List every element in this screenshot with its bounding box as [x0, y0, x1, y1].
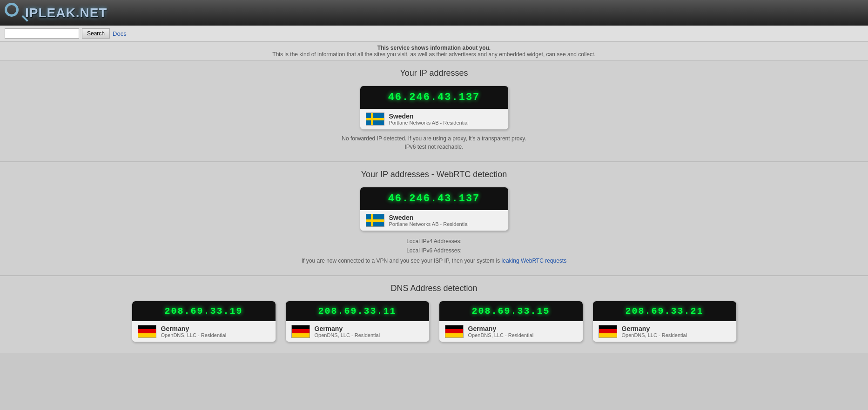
dns-isp-0: OpenDNS, LLC - Residential — [161, 332, 227, 338]
header-bar: IPLEAK.NET — [0, 0, 868, 26]
flag-sweden — [366, 112, 384, 126]
dns-card-0: 208.69.33.19 Germany OpenDNS, LLC - Resi… — [132, 301, 276, 342]
ip-address-display: 46.246.43.137 — [360, 86, 508, 109]
webrtc-section-title: Your IP addresses - WebRTC detection — [9, 170, 859, 179]
logo-text: IPLEAK.NET — [25, 6, 107, 20]
webrtc-ip-card: 46.246.43.137 Sweden Portlane Networks A… — [360, 187, 509, 231]
dns-card-2: 208.69.33.15 Germany OpenDNS, LLC - Resi… — [439, 301, 583, 342]
dns-country-name-0: Germany — [161, 325, 227, 332]
dns-country-name-2: Germany — [468, 325, 534, 332]
ip-card-main: 46.246.43.137 Sweden Portlane Networks A… — [360, 86, 509, 130]
dns-card-1: 208.69.33.11 Germany OpenDNS, LLC - Resi… — [285, 301, 430, 342]
info-line2: This is the kind of information that all… — [3, 51, 865, 58]
dns-country-info-1: Germany OpenDNS, LLC - Residential — [315, 325, 380, 338]
webrtc-leak-prefix: If you are now connected to a VPN and yo… — [302, 258, 502, 264]
info-line1: This service shows information about you… — [3, 45, 865, 51]
webrtc-country-info: Sweden Portlane Networks AB - Residentia… — [389, 214, 469, 227]
dns-country-info-2: Germany OpenDNS, LLC - Residential — [468, 325, 534, 338]
webrtc-section: Your IP addresses - WebRTC detection 46.… — [0, 162, 868, 276]
dns-country-info-3: Germany OpenDNS, LLC - Residential — [622, 325, 687, 338]
ip-note2: IPv6 test not reachable. — [9, 144, 859, 150]
dns-country-name-3: Germany — [622, 325, 687, 332]
webrtc-local-ipv4-label: Local IPv4 Addresses: — [406, 238, 462, 245]
webrtc-leak-link[interactable]: leaking WebRTC requests — [502, 258, 567, 264]
dns-country-info-0: Germany OpenDNS, LLC - Residential — [161, 325, 227, 338]
search-bar: Search Docs — [0, 26, 868, 42]
ip-card-center: 46.246.43.137 Sweden Portlane Networks A… — [9, 86, 859, 130]
dns-country-row-3: Germany OpenDNS, LLC - Residential — [593, 321, 736, 342]
webrtc-country-name: Sweden — [389, 214, 469, 221]
dns-card-3: 208.69.33.21 Germany OpenDNS, LLC - Resi… — [592, 301, 737, 342]
logo-icon — [5, 3, 25, 23]
webrtc-local-info: Local IPv4 Addresses: Local IPv6 Address… — [9, 237, 859, 256]
dns-ip-0: 208.69.33.19 — [132, 301, 276, 321]
dns-section-title: DNS Address detection — [9, 284, 859, 293]
dns-isp-2: OpenDNS, LLC - Residential — [468, 332, 534, 338]
dns-country-row-2: Germany OpenDNS, LLC - Residential — [439, 321, 583, 342]
webrtc-card-center: 46.246.43.137 Sweden Portlane Networks A… — [9, 187, 859, 231]
flag-germany-2 — [445, 325, 464, 338]
dns-ip-3: 208.69.33.21 — [593, 301, 736, 321]
search-button[interactable]: Search — [82, 28, 110, 39]
ip-country-name: Sweden — [389, 112, 469, 120]
webrtc-country-row: Sweden Portlane Networks AB - Residentia… — [360, 210, 508, 231]
dns-isp-1: OpenDNS, LLC - Residential — [315, 332, 380, 338]
dns-isp-3: OpenDNS, LLC - Residential — [622, 332, 687, 338]
ip-section-title: Your IP addresses — [9, 68, 859, 78]
webrtc-local-ipv6-label: Local IPv6 Addresses: — [406, 247, 462, 254]
dns-ip-2: 208.69.33.15 — [439, 301, 583, 321]
ip-country-row: Sweden Portlane Networks AB - Residentia… — [360, 109, 508, 129]
logo-area: IPLEAK.NET — [5, 3, 107, 23]
dns-cards-row: 208.69.33.19 Germany OpenDNS, LLC - Resi… — [9, 301, 859, 342]
ip-isp: Portlane Networks AB - Residential — [389, 120, 469, 126]
flag-germany-1 — [291, 325, 310, 338]
dns-ip-1: 208.69.33.11 — [286, 301, 429, 321]
flag-germany-3 — [599, 325, 617, 338]
webrtc-flag-sweden — [366, 214, 384, 227]
dns-country-row-0: Germany OpenDNS, LLC - Residential — [132, 321, 276, 342]
ip-note1: No forwarded IP detected. If you are usi… — [9, 135, 859, 142]
webrtc-leak-line: If you are now connected to a VPN and yo… — [9, 258, 859, 264]
ip-country-info: Sweden Portlane Networks AB - Residentia… — [389, 112, 469, 126]
dns-section: DNS Address detection 208.69.33.19 Germa… — [0, 276, 868, 353]
webrtc-isp: Portlane Networks AB - Residential — [389, 221, 469, 227]
docs-link[interactable]: Docs — [113, 30, 127, 37]
dns-country-row-1: Germany OpenDNS, LLC - Residential — [286, 321, 429, 342]
ip-section: Your IP addresses 46.246.43.137 Sweden P… — [0, 61, 868, 162]
info-bar: This service shows information about you… — [0, 42, 868, 61]
search-input[interactable] — [5, 28, 79, 39]
webrtc-ip-display: 46.246.43.137 — [360, 187, 508, 210]
flag-germany-0 — [138, 325, 156, 338]
dns-country-name-1: Germany — [315, 325, 380, 332]
